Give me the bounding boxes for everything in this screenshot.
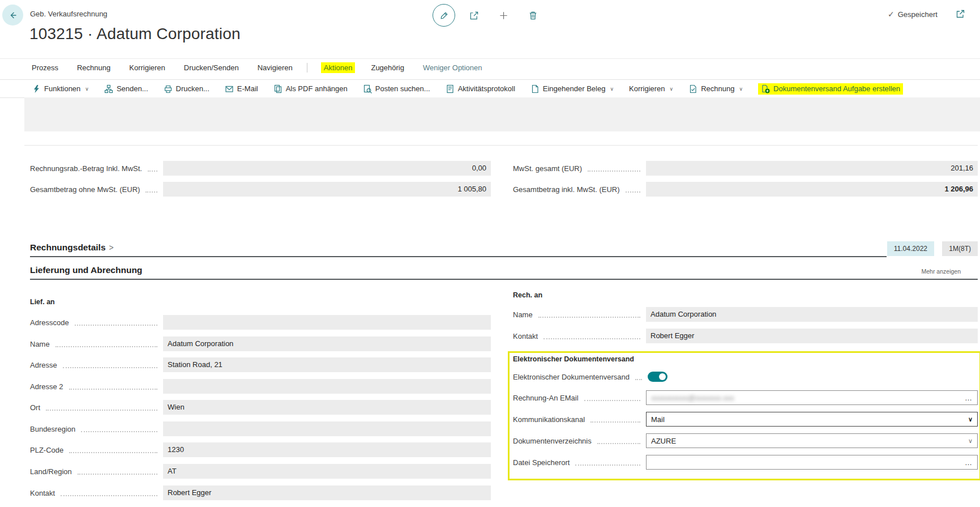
pencil-icon [439,10,450,21]
trash-icon [528,10,538,21]
chevron-down-icon: ∨ [968,437,973,445]
plz-code-value[interactable]: 1230 [163,442,491,457]
field-row-kontakt: Kontakt Robert Egger [30,485,491,500]
field-row-bill-to-name: Name Adatum Corporation [513,307,978,322]
field-row-adresscode: Adresscode [30,315,491,330]
payment-terms-badge[interactable]: 1M(8T) [942,241,978,256]
share-icon [469,10,480,21]
kommunikationskanal-select[interactable]: Mail ∨ [646,412,978,427]
toolbar-drucken[interactable]: Drucken... [164,84,209,93]
part-divider [24,145,978,146]
chevron-down-icon: ∨ [610,86,614,92]
field-row-total-excl-vat: Gesamtbetrag ohne MwSt. (EUR) 1 005,80 [30,182,491,197]
dokumentenverzeichnis-value: AZURE [651,437,968,445]
ship-to-name-value[interactable]: Adatum Corporation [163,336,491,351]
toolbar-funktionen[interactable]: Funktionen ∨ [32,84,89,93]
toolbar-dokumentenversand-aufgabe-erstellen-highlighted[interactable]: Dokumentenversand Aufgabe erstellen [758,83,903,95]
tab-zugehoerig[interactable]: Zugehörig [371,63,404,72]
section-lieferung-und-abrechnung[interactable]: Lieferung und Abrechnung [30,265,142,275]
dokumentenverzeichnis-select[interactable]: AZURE ∨ [646,433,978,448]
section-rechnungsdetails[interactable]: Rechnungsdetails> [30,242,114,253]
field-row-name: Name Adatum Corporation [30,336,491,351]
chevron-down-icon: ∨ [968,416,973,423]
field-row-ort: Ort Wien [30,400,491,415]
open-in-new-window-button[interactable] [955,8,968,22]
check-icon: ✓ [888,10,895,19]
lightning-icon [32,84,41,93]
send-icon [104,84,113,93]
chevron-down-icon: ∨ [85,86,89,92]
show-more-link[interactable]: Mehr anzeigen [922,268,961,275]
section-rule [30,256,887,257]
edoc-toggle-on[interactable] [648,372,667,382]
delete-button[interactable] [522,5,544,26]
plus-icon [498,10,509,21]
field-row-rechnung-an-email: Rechnung-An EMail xxxxxxxxxx@xxxxxxx.xxx… [513,390,978,405]
toolbar-senden[interactable]: Senden... [104,84,148,93]
ship-to-kontakt-value[interactable]: Robert Egger [163,485,491,500]
field-row-datei-speicherort: Datei Speicherort … [513,455,978,470]
total-excl-vat-value[interactable]: 1 005,80 [163,182,491,197]
action-toolbar: Funktionen ∨ Senden... Drucken... E-Mail… [0,79,980,98]
invoice-discount-value[interactable]: 0,00 [163,161,491,176]
total-incl-vat-value[interactable]: 1 206,96 [646,182,978,197]
toolbar-aktivitaetsprotokoll[interactable]: Aktivitätsprotokoll [446,84,515,93]
chevron-right-icon: > [109,243,114,252]
field-row-edoc-toggle: Elektronischer Dokumentenversand [513,369,978,384]
land-region-value[interactable]: AT [163,464,491,479]
toolbar-eingehender-beleg[interactable]: Eingehender Beleg ∨ [530,84,614,93]
toolbar-rechnung[interactable]: Rechnung ∨ [688,84,743,93]
toolbar-email[interactable]: E-Mail [225,84,258,93]
vat-total-value[interactable]: 201,16 [646,161,978,176]
assist-edit-button[interactable]: … [965,394,973,402]
tab-navigieren[interactable]: Navigieren [258,63,293,72]
redacted-email-value: xxxxxxxxxx@xxxxxxx.xxx [651,394,965,402]
tab-drucken-senden[interactable]: Drucken/Senden [184,63,239,72]
posted-sales-invoice-page: Geb. Verkaufsrechnung 103215 · Adatum Co… [0,0,980,507]
field-row-adresse: Adresse Station Road, 21 [30,357,491,372]
group-label-lief-an: Lief. an [30,298,55,306]
bundesregion-value[interactable] [163,421,491,436]
due-date-badge[interactable]: 11.04.2022 [887,241,934,256]
edit-button[interactable] [433,4,455,27]
back-button[interactable] [2,5,23,25]
field-row-vat-total: MwSt. gesamt (EUR) 201,16 [513,161,978,176]
save-status: ✓ Gespeichert [888,10,938,19]
tab-aktionen-highlighted[interactable]: Aktionen [321,62,356,73]
ort-value[interactable]: Wien [163,400,491,415]
adresse-value[interactable]: Station Road, 21 [163,357,491,372]
attach-pdf-icon [273,84,283,93]
bill-to-name-value[interactable]: Adatum Corporation [646,307,978,322]
toolbar-posten-suchen[interactable]: Posten suchen... [363,84,430,93]
field-row-plz-code: PLZ-Code 1230 [30,442,491,457]
page-title: 103215 · Adatum Corporation [29,25,241,43]
tab-weniger-optionen[interactable]: Weniger Optionen [423,63,482,72]
datei-speicherort-input[interactable]: … [646,455,978,470]
field-row-adresse-2: Adresse 2 [30,379,491,394]
bill-to-kontakt-value[interactable]: Robert Egger [646,329,978,343]
page-actions [433,4,544,27]
tab-rechnung[interactable]: Rechnung [77,63,110,72]
printer-icon [164,84,173,93]
kommunikationskanal-value: Mail [651,415,968,424]
field-row-kommunikationskanal: Kommunikationskanal Mail ∨ [513,412,978,427]
tab-prozess[interactable]: Prozess [32,63,58,72]
toolbar-korrigieren[interactable]: Korrigieren ∨ [629,84,673,93]
email-input[interactable]: xxxxxxxxxx@xxxxxxx.xxx … [646,390,978,405]
breadcrumb[interactable]: Geb. Verkaufsrechnung [30,10,108,18]
assist-edit-button[interactable]: … [965,458,973,467]
field-row-bill-to-kontakt: Kontakt Robert Egger [513,329,978,343]
email-icon [225,84,234,93]
toolbar-als-pdf-anhaengen[interactable]: Als PDF anhängen [273,84,348,93]
field-row-land-region: Land/Region AT [30,464,491,479]
tab-korrigieren[interactable]: Korrigieren [129,63,165,72]
collapsed-lines-area[interactable] [24,97,980,131]
back-arrow-icon [7,10,19,21]
group-label-elektronischer-dokumentenversand: Elektronischer Dokumentenversand [513,355,634,363]
adresse-2-value[interactable] [163,379,491,394]
share-button[interactable] [463,5,485,26]
new-button[interactable] [493,5,514,26]
section-rule [30,279,978,280]
incoming-document-icon [530,84,540,93]
adresscode-value[interactable] [163,315,491,330]
